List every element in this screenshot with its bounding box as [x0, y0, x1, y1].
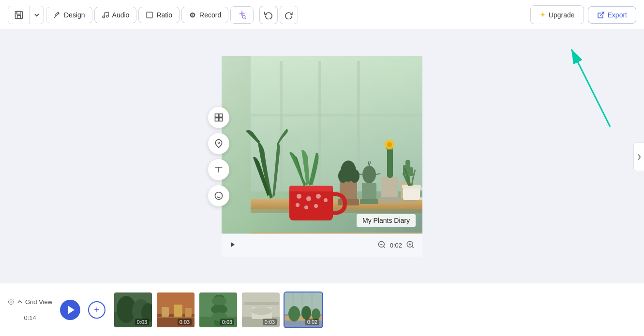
svg-point-42: [387, 142, 392, 147]
design-button[interactable]: Design: [46, 7, 92, 23]
svg-point-54: [350, 169, 359, 183]
svg-rect-13: [219, 114, 223, 117]
svg-point-53: [338, 169, 348, 183]
export-button[interactable]: Export: [588, 6, 636, 24]
svg-rect-88: [157, 317, 195, 318]
right-panel-tab[interactable]: ❯: [633, 142, 644, 171]
svg-rect-85: [162, 307, 169, 317]
timeline-duration: 0:14: [24, 314, 36, 321]
svg-point-57: [297, 194, 301, 199]
timeline-clips: 0:03 0:03 0: [113, 292, 323, 328]
undo-redo-group: [259, 6, 298, 24]
audio-button[interactable]: Audio: [94, 7, 137, 23]
redo-icon: [285, 11, 293, 19]
play-button[interactable]: [229, 241, 236, 249]
clip-2-duration: 0:03: [178, 319, 192, 325]
svg-line-75: [412, 246, 413, 248]
ratio-button[interactable]: Ratio: [138, 7, 180, 23]
clip-3-duration: 0:03: [220, 319, 234, 325]
audio-icon: [102, 11, 109, 19]
svg-rect-98: [244, 302, 279, 305]
svg-point-3: [103, 16, 105, 18]
upgrade-button[interactable]: ✦ Upgrade: [530, 5, 584, 24]
clip-1-duration: 0:03: [135, 319, 149, 325]
main-content: My Plants Diary: [0, 30, 644, 283]
svg-point-45: [362, 166, 376, 183]
clip-2[interactable]: 0:03: [156, 292, 195, 328]
svg-rect-1: [17, 11, 21, 14]
collapse-icon: ❯: [637, 153, 642, 160]
record-icon: [189, 11, 196, 19]
grid-view-icon: [8, 298, 15, 305]
svg-point-107: [301, 306, 311, 320]
text-icon: [214, 165, 224, 175]
svg-point-9: [242, 15, 245, 18]
toolbar: Design Audio Ratio Record: [0, 0, 644, 30]
svg-line-71: [383, 246, 385, 248]
grid-view-label: Grid View: [25, 298, 52, 306]
layout-tool-button[interactable]: [208, 107, 229, 128]
timeline-play-button[interactable]: [60, 300, 80, 320]
svg-point-16: [218, 142, 219, 143]
clip-3[interactable]: 0:03: [198, 292, 238, 328]
save-main-icon: [8, 6, 30, 24]
svg-rect-39: [387, 148, 393, 178]
chevron-up-icon: [17, 299, 23, 305]
design-label: Design: [64, 11, 85, 19]
svg-point-108: [312, 308, 320, 320]
svg-point-99: [251, 307, 272, 315]
svg-rect-12: [215, 114, 219, 117]
sticker-tool-button[interactable]: [208, 185, 229, 206]
save-button[interactable]: [8, 6, 44, 24]
video-text-label[interactable]: My Plants Diary: [357, 214, 416, 227]
upgrade-label: Upgrade: [549, 11, 575, 19]
svg-point-58: [306, 196, 311, 201]
svg-point-62: [304, 205, 308, 209]
clip-4[interactable]: 0:03: [241, 292, 281, 328]
redo-button[interactable]: [280, 6, 298, 24]
svg-rect-15: [219, 117, 223, 121]
toolbar-right: ✦ Upgrade Export: [530, 5, 636, 24]
clip-1[interactable]: 0:03: [113, 292, 153, 328]
text-tool-button[interactable]: [208, 159, 229, 180]
svg-rect-37: [381, 177, 398, 199]
clip-4-duration: 0:03: [263, 319, 277, 325]
zoom-in-button[interactable]: [406, 240, 415, 250]
clip-5[interactable]: 0:02: [284, 292, 323, 328]
video-controls: 0:02: [222, 234, 422, 257]
arrow-annotation: [562, 40, 620, 127]
zoom-out-button[interactable]: [377, 240, 386, 250]
export-label: Export: [608, 11, 627, 19]
svg-rect-43: [362, 183, 376, 201]
svg-rect-87: [185, 308, 192, 317]
svg-line-11: [600, 12, 603, 15]
record-label: Record: [199, 11, 221, 19]
svg-rect-56: [289, 186, 333, 191]
svg-rect-55: [289, 187, 333, 220]
left-tools: [208, 107, 229, 206]
add-clip-button[interactable]: +: [88, 301, 105, 319]
svg-point-8: [192, 14, 194, 15]
save-dropdown-arrow[interactable]: [30, 8, 44, 22]
svg-rect-5: [147, 12, 152, 18]
zoom-out-icon: [377, 240, 386, 249]
video-frame[interactable]: My Plants Diary: [222, 56, 422, 257]
grid-view-button[interactable]: Grid View: [8, 298, 52, 306]
svg-rect-36: [409, 167, 413, 176]
undo-button[interactable]: [259, 6, 278, 24]
upgrade-star-icon: ✦: [539, 10, 546, 19]
sticker-icon: [214, 191, 224, 201]
undo-icon: [264, 11, 273, 19]
ai-search-button[interactable]: [230, 6, 254, 24]
design-icon: [53, 11, 61, 19]
ratio-label: Ratio: [156, 11, 172, 19]
audio-label: Audio: [112, 11, 130, 19]
play-icon: [229, 241, 236, 248]
svg-line-77: [571, 49, 610, 127]
record-button[interactable]: Record: [181, 7, 228, 23]
color-tool-button[interactable]: [208, 133, 229, 154]
svg-point-4: [106, 15, 108, 17]
svg-rect-44: [360, 199, 378, 204]
bottom-timeline-bar: Grid View 0:14 + 0:03: [0, 283, 644, 336]
svg-rect-2: [17, 15, 21, 18]
